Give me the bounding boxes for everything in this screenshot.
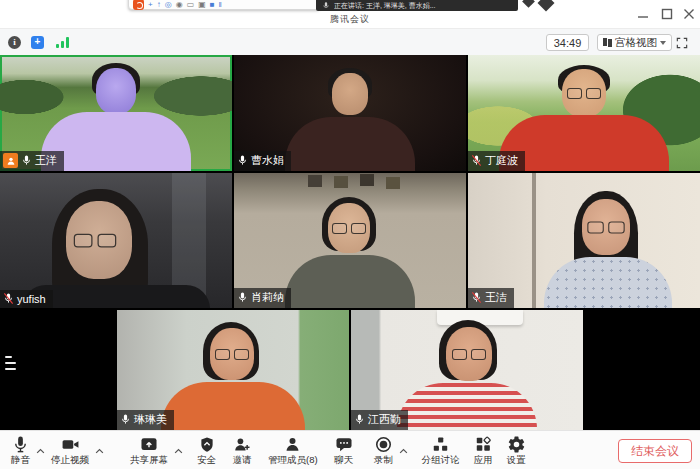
invite-person-icon <box>232 434 252 454</box>
mic-on-icon <box>21 154 32 167</box>
member-list-handle[interactable] <box>3 353 19 375</box>
camera-icon <box>60 434 81 454</box>
speaker-mic-icon <box>322 1 330 10</box>
name-tag: 曹水娟 <box>234 151 291 171</box>
mute-label: 静音 <box>11 454 30 465</box>
settings-button[interactable]: 设置 <box>502 434 531 465</box>
chat-button[interactable]: 聊天 <box>329 434 359 465</box>
share-screen-button[interactable]: 共享屏幕 <box>125 434 173 465</box>
mic-on-icon <box>120 413 131 426</box>
video-tile-caoshuijuan[interactable]: 曹水娟 <box>234 55 466 171</box>
breakout-rooms-button[interactable]: 分组讨论 <box>417 434 465 465</box>
meeting-status-bar: i + 34:49 宫格视图 <box>0 28 700 55</box>
apps-grid-icon <box>474 434 493 454</box>
glasses <box>74 234 117 247</box>
video-grid: 王洋 曹水娟 丁庭波 <box>0 55 700 430</box>
name-tag: yufish <box>0 290 53 308</box>
name-tag: 丁庭波 <box>468 151 525 171</box>
view-switcher[interactable]: 宫格视图 <box>597 34 672 51</box>
participant-name: 江西勤 <box>368 412 401 427</box>
name-tag: 江西勤 <box>351 410 408 430</box>
end-meeting-button[interactable]: 结束会议 <box>618 439 692 463</box>
mute-button[interactable]: 静音 <box>6 434 35 465</box>
manage-members-label: 管理成员(8) <box>268 454 318 465</box>
record-icon[interactable]: ◎ <box>165 0 172 9</box>
name-tag: 肖莉纳 <box>234 288 291 308</box>
tencent-meeting-window: + ↑ ◎ ◉ ▭ ▣ ■ ‖ 正在讲话: 王洋, 琳琳美, 曹水娟... 腾讯… <box>0 0 700 469</box>
decoration-shape <box>522 0 535 8</box>
record-button[interactable]: 录制 <box>369 434 398 465</box>
network-signal-icon <box>56 37 70 48</box>
participant-name: 丁庭波 <box>485 153 518 168</box>
video-tile-wangjie[interactable]: 王洁 <box>468 173 700 308</box>
security-button[interactable]: 安全 <box>192 434 221 465</box>
security-shield-icon[interactable]: + <box>31 36 44 49</box>
recorder-logo-icon <box>133 0 144 10</box>
apps-button[interactable]: 应用 <box>469 434 498 465</box>
breakout-label: 分组讨论 <box>422 454 460 465</box>
record-chevron-icon[interactable] <box>398 440 409 458</box>
name-tag: 琳琳美 <box>117 410 174 430</box>
breakout-icon <box>431 434 450 454</box>
meeting-toolbar: 静音 停止视频 共享屏幕 安全 <box>0 430 700 469</box>
invite-button[interactable]: 邀请 <box>227 434 257 465</box>
mic-muted-icon <box>471 291 482 304</box>
video-tile-linlinmei[interactable]: 琳琳美 <box>117 310 349 430</box>
fullscreen-button[interactable] <box>675 36 689 54</box>
decoration-shape <box>538 0 555 11</box>
participant-name: yufish <box>17 293 46 305</box>
name-tag: 王洁 <box>468 288 514 308</box>
close-button[interactable] <box>680 6 698 22</box>
speaking-text: 正在讲话: 王洋, 琳琳美, 曹水娟... <box>334 1 436 11</box>
participant-face <box>96 68 136 114</box>
participant-name: 王洁 <box>485 290 507 305</box>
stop-video-chevron-icon[interactable] <box>94 440 105 458</box>
participant-name: 王洋 <box>35 153 57 168</box>
maximize-button[interactable] <box>658 6 676 22</box>
participant-name: 肖莉纳 <box>251 290 284 305</box>
video-tile-yufish[interactable]: yufish <box>0 173 232 308</box>
share-screen-icon <box>139 434 159 454</box>
record-circle-icon <box>374 434 393 454</box>
video-tile-jiangxiqin[interactable]: 江西勤 <box>351 310 583 430</box>
mic-muted-icon <box>471 154 482 167</box>
video-tile-dingtingbo[interactable]: 丁庭波 <box>468 55 700 171</box>
chat-bubble-icon <box>334 434 354 454</box>
pause-icon[interactable]: ‖ <box>219 0 222 9</box>
participant-name: 曹水娟 <box>251 153 284 168</box>
apps-label: 应用 <box>474 454 493 465</box>
panel-icon[interactable]: ▭ <box>187 0 195 9</box>
mic-on-icon <box>354 413 365 426</box>
video-tile-wangyang[interactable]: 王洋 <box>0 55 232 171</box>
view-label: 宫格视图 <box>615 36 657 50</box>
stop-icon[interactable]: ■ <box>210 0 215 9</box>
invite-label: 邀请 <box>233 454 252 465</box>
window-title: 腾讯会议 <box>0 13 700 26</box>
bulb-icon[interactable]: ◉ <box>176 0 183 9</box>
manage-members-button[interactable]: 管理成员(8) <box>263 434 323 465</box>
name-tag: 王洋 <box>0 151 64 171</box>
upload-icon[interactable]: ↑ <box>157 0 161 9</box>
minimize-button[interactable] <box>634 6 652 22</box>
share-screen-label: 共享屏幕 <box>130 454 168 465</box>
gear-icon <box>507 434 526 454</box>
screen-recorder-toolbar[interactable]: + ↑ ◎ ◉ ▭ ▣ ■ ‖ <box>128 0 320 10</box>
camera-icon[interactable]: ▣ <box>198 0 206 9</box>
mic-on-icon <box>237 154 248 167</box>
settings-label: 设置 <box>507 454 526 465</box>
mute-chevron-icon[interactable] <box>35 440 46 458</box>
chat-label: 聊天 <box>334 454 353 465</box>
mic-muted-icon <box>3 292 14 305</box>
stop-video-button[interactable]: 停止视频 <box>46 434 94 465</box>
meeting-timer: 34:49 <box>546 34 589 51</box>
glasses <box>567 88 601 98</box>
share-screen-chevron-icon[interactable] <box>173 440 184 458</box>
glasses <box>452 349 486 359</box>
glasses <box>587 222 624 233</box>
mic-icon <box>11 434 30 454</box>
add-icon[interactable]: + <box>148 0 153 9</box>
security-label: 安全 <box>197 454 216 465</box>
shield-icon <box>198 434 216 454</box>
video-tile-xiaolina[interactable]: 肖莉纳 <box>234 173 466 308</box>
meeting-info-icon[interactable]: i <box>8 36 21 49</box>
